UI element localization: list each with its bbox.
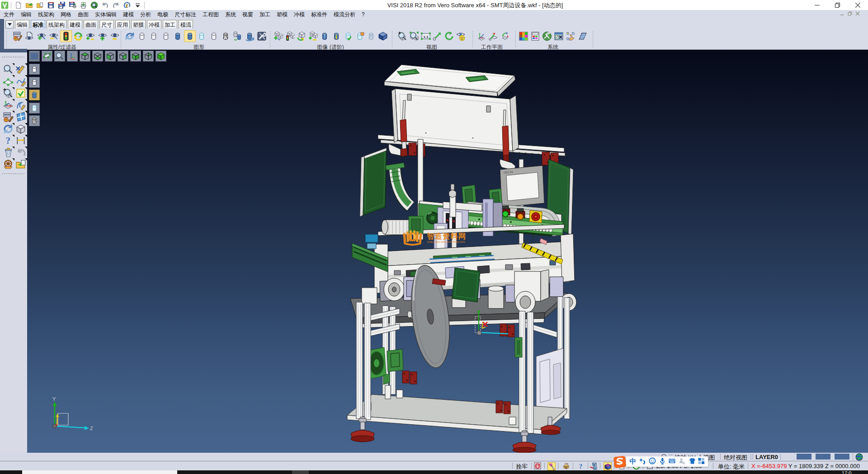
menu-item-4[interactable]: 曲面 [78,10,89,19]
ribbon-button-eye-add[interactable] [36,30,47,42]
status-layer[interactable]: LAYER0 [755,454,778,460]
menu-item-17[interactable]: 模流分析 [334,10,355,19]
tool-refresh-blue2[interactable] [3,123,14,135]
status-lock[interactable]: 拴牢 [516,463,528,471]
ribbon-tab-标准[interactable]: 标准 [31,20,45,28]
view-button-vp-zoomfly[interactable] [54,51,65,62]
tool-zoom-cube[interactable] [3,88,14,100]
ribbon-tab-应用[interactable]: 应用 [115,20,130,28]
view-button-cube-back[interactable] [143,51,154,62]
ribbon-button-arrow-ne[interactable] [431,30,443,42]
menu-item-1[interactable]: 编辑 [21,10,32,19]
menu-item-14[interactable]: 塑模 [277,10,288,19]
restore-button[interactable] [827,0,848,10]
render-mode-cyls-outline2[interactable] [29,77,40,88]
preview-search-button[interactable] [89,1,99,9]
tool-zoom-fly[interactable] [3,64,14,76]
ribbon-button-wp-axes[interactable] [476,30,487,42]
toolbar-handle[interactable] [2,56,24,58]
ribbon-button-cyl-blue[interactable] [184,30,196,42]
ribbon-button-color-grid[interactable] [518,30,529,42]
tool-layers-brush[interactable] [3,111,14,123]
tool-help-q[interactable]: ? [3,135,14,147]
ribbon-button-cyl-hatch[interactable] [220,30,231,42]
ribbon-button-eye-plus[interactable] [97,30,108,42]
ribbon-button-window-tools[interactable] [553,30,565,42]
status-globe[interactable] [855,453,863,461]
menu-item-10[interactable]: 工程图 [203,10,219,19]
ribbon-button-cyl-cyan[interactable] [196,30,208,42]
menu-item-0[interactable]: 文件 [4,10,14,19]
ribbon-button-rotate-green[interactable] [443,30,455,42]
ribbon-button-cube-recycle[interactable] [296,30,307,42]
ribbon-button-cyl-wrench[interactable] [256,30,268,42]
menu-item-11[interactable]: 系统 [225,10,236,19]
redo-button[interactable] [110,1,121,9]
tool-cube-gray[interactable] [15,123,27,135]
ribbon-tab-塑膜[interactable]: 塑膜 [131,20,146,28]
menu-item-9[interactable]: 尺寸标注 [175,10,196,19]
ribbon-button-cubes-traffic[interactable] [284,30,296,42]
ribbon-button-wrench-globe[interactable] [541,30,553,42]
ribbon-button-cubes-plusminus[interactable] [307,30,319,42]
mdi-close-icon[interactable] [855,11,860,16]
ribbon-button-zoom-all[interactable] [408,30,420,42]
tool-frame-plane[interactable] [3,76,14,87]
menu-item-18[interactable]: ? [362,10,365,19]
ribbon-button-cyl-cyan-orange[interactable] [354,30,366,42]
status-tool-box-3d[interactable]: 3D [562,462,571,470]
menu-item-16[interactable]: 标准件 [311,10,327,19]
view-button-cube-solid[interactable] [156,51,166,62]
view-button-cube-front[interactable] [105,51,116,62]
render-mode-cyls-cyan[interactable] [29,103,40,114]
ribbon-button-eye-edit[interactable] [24,30,35,42]
save-as-button[interactable] [56,1,67,9]
menu-item-7[interactable]: 分析 [140,10,151,19]
ribbon-button-cyl-blue[interactable] [172,30,184,42]
ribbon-button-cyl-outline[interactable] [208,30,220,42]
status-tool-recycle-red[interactable] [534,462,542,470]
ribbon-tab-冲模[interactable]: 冲模 [147,20,161,28]
menu-item-13[interactable]: 加工 [259,10,270,19]
ribbon-tab-编辑[interactable]: 编辑 [15,20,29,28]
ime-person-button[interactable]: 7 [678,457,685,466]
menu-item-15[interactable]: 冲模 [294,10,305,19]
undo-history-button[interactable] [121,1,132,9]
view-button-vp-axis[interactable] [67,51,78,62]
ime-keyboard-button[interactable] [668,457,675,466]
tool-spline-pencil[interactable] [15,76,27,87]
status-tool-cube-redarrow[interactable] [590,462,598,470]
ribbon-button-cyl-cyan-check[interactable] [342,30,354,42]
tool-measure-dist[interactable] [15,135,27,147]
menu-item-8[interactable]: 电极 [157,10,168,19]
ribbon-tab-模流[interactable]: 模流 [179,20,193,28]
ribbon-button-grid-skew[interactable] [576,30,588,42]
view-button-cube-right[interactable] [118,51,128,62]
ribbon-button-refresh-recycle[interactable] [72,30,84,42]
undo-button[interactable] [99,1,110,9]
render-mode-cyls-hatch[interactable] [29,115,40,126]
menu-item-2[interactable]: 线架构 [38,10,54,19]
ribbon-button-cyl-outline[interactable] [136,30,148,42]
render-mode-cyls-outline[interactable] [29,64,40,75]
ime-skin-button[interactable] [688,457,695,466]
ribbon-tab-线架构[interactable]: 线架构 [47,20,66,28]
ribbon-tab-曲面[interactable]: 曲面 [84,20,98,28]
ribbon-button-wp-move[interactable] [487,30,499,42]
menu-item-3[interactable]: 网格 [61,10,71,19]
ribbon-button-eye-sub[interactable] [48,30,60,42]
ribbon-button-wp-rotate[interactable] [499,30,510,42]
view-button-cube-left[interactable] [130,51,141,62]
open-folder-button[interactable] [24,1,34,9]
view-button-cube-bottom[interactable] [92,51,103,62]
ime-smiley-button[interactable] [649,457,656,466]
viewport-3d[interactable]: DELTA [27,50,868,453]
ribbon-button-one-to-one[interactable]: 1:1 [420,30,432,42]
ribbon-button-traffic-light[interactable] [60,30,72,42]
tool-wheel-orange[interactable] [3,159,14,171]
ime-lang-zh-button[interactable]: 中 [629,457,637,466]
status-tool-pick-magic[interactable] [547,462,556,470]
mdi-minimize-icon[interactable] [840,11,844,16]
taskbar-app-button[interactable] [22,470,177,474]
ribbon-button-cyl-outline[interactable] [148,30,160,42]
